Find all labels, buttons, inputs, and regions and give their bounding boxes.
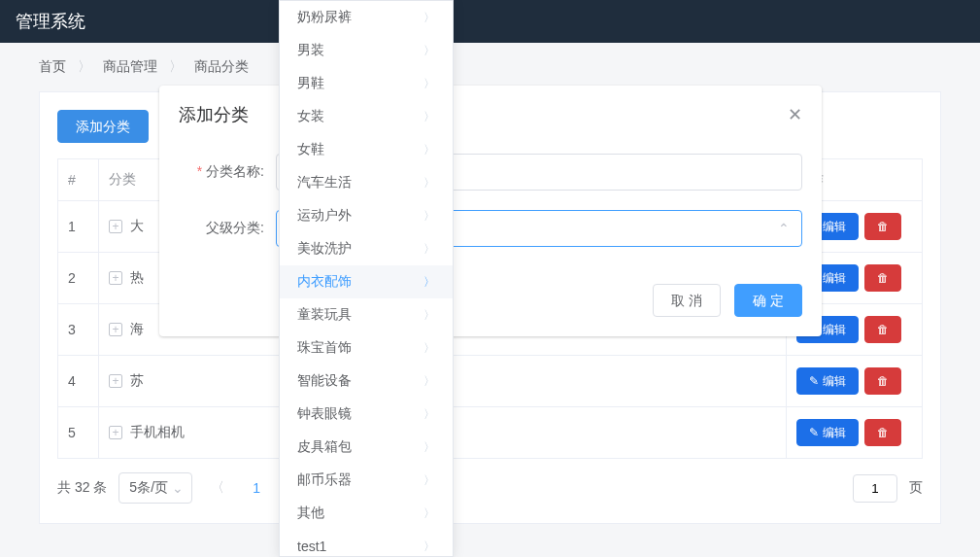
cascader-item[interactable]: 汽车生活〉 bbox=[280, 166, 453, 199]
chevron-right-icon: 〉 bbox=[423, 406, 435, 423]
cascader-item-label: 童装玩具 bbox=[297, 306, 352, 324]
chevron-right-icon: 〉 bbox=[423, 340, 435, 357]
cascader-item[interactable]: 男装〉 bbox=[280, 34, 453, 67]
row-index: 4 bbox=[58, 356, 99, 407]
cascader-item-label: 汽车生活 bbox=[297, 174, 352, 191]
chevron-right-icon: 〉 bbox=[423, 109, 435, 125]
chevron-right-icon: 〉 bbox=[423, 175, 435, 191]
delete-button[interactable]: 🗑 bbox=[864, 419, 901, 446]
cascader-item[interactable]: 女鞋〉 bbox=[280, 133, 453, 166]
edit-button[interactable]: ✎编辑 bbox=[796, 367, 859, 395]
cascader-item[interactable]: 其他〉 bbox=[280, 497, 453, 530]
row-actions: ✎编辑🗑 bbox=[787, 356, 923, 407]
chevron-right-icon: 〉 bbox=[423, 142, 435, 158]
table-row: 4+苏一级✎编辑🗑 bbox=[58, 356, 923, 407]
app-title: 管理系统 bbox=[16, 10, 85, 33]
page-prev-button[interactable]: 〈 bbox=[204, 474, 231, 502]
cascader-item-label: 奶粉尿裤 bbox=[297, 9, 352, 26]
cascader-item-label: 女鞋 bbox=[297, 141, 324, 158]
chevron-right-icon: 〉 bbox=[423, 43, 435, 59]
cascader-item[interactable]: 邮币乐器〉 bbox=[280, 464, 453, 497]
table-row: 5+手机相机一级✎编辑🗑 bbox=[58, 407, 923, 459]
breadcrumb-item[interactable]: 首页 bbox=[39, 58, 66, 76]
cascader-item-label: 智能设备 bbox=[297, 372, 352, 390]
trash-icon: 🗑 bbox=[877, 427, 889, 438]
cascader-item-label: 皮具箱包 bbox=[297, 438, 352, 456]
cascader-item[interactable]: 珠宝首饰〉 bbox=[280, 331, 453, 365]
chevron-right-icon: 〉 bbox=[423, 505, 435, 522]
chevron-right-icon: 〉 bbox=[169, 58, 183, 76]
cascader-item-label: 运动户外 bbox=[297, 207, 352, 225]
chevron-right-icon: 〉 bbox=[423, 208, 435, 225]
breadcrumb: 首页 〉 商品管理 〉 商品分类 bbox=[0, 43, 980, 91]
cascader-item-label: 男装 bbox=[297, 42, 324, 59]
trash-icon: 🗑 bbox=[877, 375, 889, 387]
close-icon[interactable]: ✕ bbox=[788, 104, 802, 125]
page-number[interactable]: 1 bbox=[243, 474, 270, 502]
cascader-item[interactable]: 钟表眼镜〉 bbox=[280, 398, 453, 431]
row-name: 热 bbox=[130, 269, 144, 285]
cascader-item[interactable]: 智能设备〉 bbox=[280, 365, 453, 398]
cascader-item[interactable]: 内衣配饰〉 bbox=[280, 265, 453, 298]
trash-icon: 🗑 bbox=[877, 272, 889, 284]
chevron-right-icon: 〉 bbox=[423, 241, 435, 258]
cascader-item[interactable]: 男鞋〉 bbox=[280, 67, 453, 100]
cascader-item[interactable]: 奶粉尿裤〉 bbox=[280, 1, 453, 34]
row-name-cell: +手机相机 bbox=[99, 407, 282, 459]
cascader-item-label: 女装 bbox=[297, 108, 324, 125]
delete-button[interactable]: 🗑 bbox=[864, 264, 901, 292]
label-category-name: *分类名称: bbox=[179, 163, 276, 181]
chevron-right-icon: 〉 bbox=[423, 307, 435, 324]
chevron-up-icon: ⌃ bbox=[778, 221, 790, 236]
expand-icon[interactable]: + bbox=[109, 374, 122, 388]
expand-icon[interactable]: + bbox=[109, 323, 122, 336]
add-category-button[interactable]: 添加分类 bbox=[57, 110, 149, 143]
expand-icon[interactable]: + bbox=[109, 426, 122, 439]
cascader-item[interactable]: 美妆洗护〉 bbox=[280, 232, 453, 265]
breadcrumb-item[interactable]: 商品管理 bbox=[103, 58, 157, 76]
chevron-right-icon: 〉 bbox=[78, 58, 91, 76]
row-name: 大 bbox=[130, 218, 144, 233]
expand-icon[interactable]: + bbox=[109, 271, 122, 285]
cascader-item-label: 珠宝首饰 bbox=[297, 339, 352, 357]
row-name: 手机相机 bbox=[130, 424, 185, 439]
add-category-modal: 添加分类 ✕ *分类名称: 父级分类: ⌃ 取 消 确 定 bbox=[159, 86, 822, 336]
app-header: 管理系统 bbox=[0, 0, 980, 43]
cancel-button[interactable]: 取 消 bbox=[653, 284, 721, 317]
cascader-item-label: 内衣配饰 bbox=[297, 273, 352, 291]
cascader-item-label: 其他 bbox=[297, 505, 324, 522]
row-name-cell: +苏 bbox=[99, 356, 282, 407]
page-goto-suffix: 页 bbox=[909, 479, 923, 497]
edit-button[interactable]: ✎编辑 bbox=[796, 419, 859, 446]
delete-button[interactable]: 🗑 bbox=[864, 213, 901, 240]
cascader-item[interactable]: 皮具箱包〉 bbox=[280, 431, 453, 464]
row-index: 1 bbox=[58, 201, 99, 253]
row-name: 苏 bbox=[130, 372, 144, 388]
cascader-item[interactable]: 运动户外〉 bbox=[280, 199, 453, 232]
delete-button[interactable]: 🗑 bbox=[864, 367, 901, 395]
row-name: 海 bbox=[130, 321, 144, 336]
confirm-button[interactable]: 确 定 bbox=[734, 284, 802, 317]
modal-title: 添加分类 bbox=[179, 103, 249, 126]
delete-button[interactable]: 🗑 bbox=[864, 316, 901, 343]
cascader-item-label: 男鞋 bbox=[297, 75, 324, 92]
row-index: 5 bbox=[58, 407, 99, 459]
expand-icon[interactable]: + bbox=[109, 220, 122, 233]
row-index: 3 bbox=[58, 304, 99, 356]
trash-icon: 🗑 bbox=[877, 221, 889, 232]
chevron-right-icon: 〉 bbox=[423, 274, 435, 291]
page-size-select[interactable]: 5条/页 ⌄ bbox=[118, 472, 192, 504]
chevron-right-icon: 〉 bbox=[423, 539, 435, 555]
page-goto-input[interactable] bbox=[853, 474, 897, 503]
cascader-item[interactable]: 童装玩具〉 bbox=[280, 298, 453, 331]
chevron-right-icon: 〉 bbox=[423, 76, 435, 92]
cascader-item-label: 邮币乐器 bbox=[297, 471, 352, 489]
chevron-right-icon: 〉 bbox=[423, 472, 435, 489]
chevron-right-icon: 〉 bbox=[423, 10, 435, 26]
cascader-item[interactable]: 女装〉 bbox=[280, 100, 453, 133]
cascader-item-label: 钟表眼镜 bbox=[297, 405, 352, 423]
edit-icon: ✎ bbox=[809, 375, 819, 387]
col-index: # bbox=[58, 159, 99, 201]
cascader-item[interactable]: test1〉 bbox=[280, 530, 453, 557]
row-index: 2 bbox=[58, 253, 99, 304]
